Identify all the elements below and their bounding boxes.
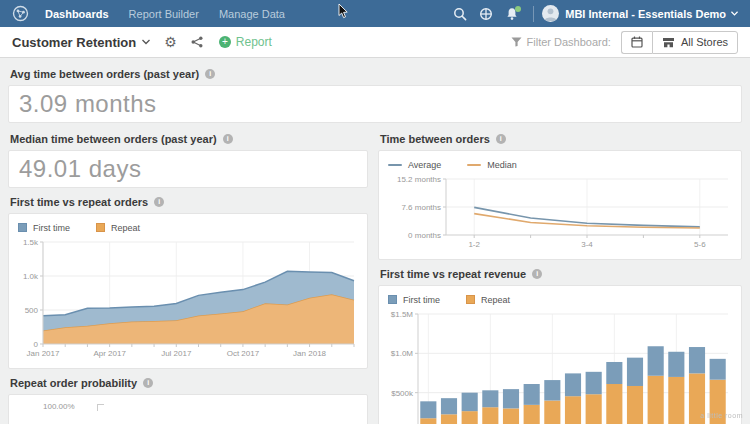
tile-first-time-vs-repeat-revenue: First time vs repeat revenue First time … — [378, 267, 742, 424]
notifications-bell-icon[interactable] — [499, 5, 525, 23]
orders-stacked-area-chart: 05001.0k1.5kJan 2017Apr 2017Jul 2017Oct … — [16, 236, 360, 360]
svg-text:1.5k: 1.5k — [23, 238, 39, 247]
svg-text:0: 0 — [34, 340, 39, 349]
tile-first-time-vs-repeat-orders: First time vs repeat orders First time R… — [8, 195, 368, 369]
globe-icon[interactable] — [473, 5, 499, 23]
tile-title: Repeat order probability — [10, 377, 137, 389]
svg-text:Jan 2017: Jan 2017 — [27, 349, 60, 358]
info-icon[interactable] — [154, 197, 164, 207]
legend-swatch-first-time — [388, 295, 397, 304]
legend-swatch-first-time — [18, 223, 27, 232]
share-icon[interactable] — [191, 36, 203, 48]
filter-funnel-icon — [511, 37, 522, 47]
svg-text:Apr 2017: Apr 2017 — [93, 349, 126, 358]
nav-item-manage-data[interactable]: Manage Data — [219, 8, 285, 20]
brand-logo-icon[interactable] — [12, 5, 29, 22]
svg-text:0 months: 0 months — [408, 231, 441, 240]
legend-label: Median — [487, 160, 517, 170]
legend-swatch-repeat — [96, 223, 105, 232]
account-menu[interactable]: MBI Internal - Essentials Demo — [565, 8, 738, 20]
chevron-down-icon — [731, 11, 738, 16]
revenue-stacked-bar-chart: $0$500k$1.0M$1.5MJan 2017Apr 2017Jul 201… — [386, 308, 734, 424]
date-range-button[interactable] — [621, 31, 652, 54]
svg-text:7.6 months: 7.6 months — [401, 203, 441, 212]
chart-legend: Average Median — [388, 158, 734, 171]
kpi-value: 49.01 days — [19, 155, 141, 183]
svg-text:Jul 2017: Jul 2017 — [161, 349, 192, 358]
dashboard-title-dropdown[interactable]: Customer Retention — [12, 35, 150, 50]
svg-text:15.2 months: 15.2 months — [397, 175, 441, 184]
info-icon[interactable] — [496, 134, 506, 144]
legend-line-median — [467, 164, 481, 166]
store-icon — [662, 37, 675, 48]
svg-text:1.0k: 1.0k — [23, 272, 39, 281]
svg-text:3-4: 3-4 — [581, 240, 593, 249]
divider — [533, 6, 534, 22]
legend-label: Average — [408, 160, 441, 170]
plus-circle-icon — [219, 36, 231, 48]
repeat-probability-chart: 100.00% — [8, 394, 368, 424]
nav-item-report-builder[interactable]: Report Builder — [129, 8, 199, 20]
avatar[interactable] — [542, 5, 559, 22]
svg-text:Oct 2017: Oct 2017 — [227, 349, 260, 358]
svg-text:1-2: 1-2 — [468, 240, 480, 249]
filter-dashboard-label: Filter Dashboard: — [527, 36, 611, 48]
dashboard-content: Avg time between orders (past year) 3.09… — [0, 58, 750, 424]
info-icon[interactable] — [532, 269, 542, 279]
tile-time-between-orders: Time between orders Average Median 0 mon… — [378, 132, 742, 260]
chart-legend: First time Repeat — [18, 221, 360, 234]
chevron-down-icon — [142, 39, 150, 45]
top-nav: Dashboards Report Builder Manage Data MB… — [0, 0, 750, 27]
time-between-orders-line-chart: 0 months7.6 months15.2 months1-23-45-6 — [386, 173, 734, 251]
svg-text:$1.5M: $1.5M — [391, 310, 414, 319]
legend-line-average — [388, 164, 402, 166]
info-icon[interactable] — [223, 134, 233, 144]
legend-label: First time — [403, 295, 440, 305]
tile-repeat-order-probability: Repeat order probability 100.00% — [8, 376, 368, 424]
add-report-button[interactable]: Report — [219, 35, 272, 49]
mouse-cursor — [338, 4, 349, 19]
tile-title: Time between orders — [380, 133, 490, 145]
nav-item-dashboards[interactable]: Dashboards — [45, 8, 109, 20]
video-watermark: a little room — [700, 412, 743, 419]
tile-title: First time vs repeat orders — [10, 196, 148, 208]
chart-legend: First time Repeat — [388, 293, 734, 306]
dashboard-filter-buttons: All Stores — [621, 31, 738, 54]
tile-title: First time vs repeat revenue — [380, 268, 526, 280]
kpi-value: 3.09 months — [19, 90, 157, 118]
tile-title: Avg time between orders (past year) — [10, 68, 199, 80]
search-icon[interactable] — [447, 5, 473, 23]
svg-text:$1.0M: $1.0M — [391, 349, 414, 358]
legend-label: Repeat — [481, 295, 510, 305]
legend-label: First time — [33, 223, 70, 233]
svg-text:Jan 2018: Jan 2018 — [293, 349, 326, 358]
dashboard-title: Customer Retention — [12, 35, 136, 50]
tile-title: Median time between orders (past year) — [10, 133, 217, 145]
y-axis-tick: 100.00% — [43, 402, 75, 411]
svg-text:500: 500 — [25, 306, 39, 315]
all-stores-button[interactable]: All Stores — [652, 31, 738, 54]
dashboard-toolbar: Customer Retention ⚙ Report Filter Dashb… — [0, 27, 750, 58]
legend-swatch-repeat — [466, 295, 475, 304]
info-icon[interactable] — [143, 378, 153, 388]
info-icon[interactable] — [205, 69, 215, 79]
tile-avg-time-between-orders: Avg time between orders (past year) 3.09… — [8, 67, 742, 123]
svg-text:5-6: 5-6 — [694, 240, 706, 249]
legend-label: Repeat — [111, 223, 140, 233]
report-label: Report — [236, 35, 272, 49]
account-name: MBI Internal - Essentials Demo — [565, 8, 726, 20]
calendar-icon — [631, 36, 643, 48]
notification-badge — [515, 6, 521, 12]
tile-median-time-between-orders: Median time between orders (past year) 4… — [8, 132, 368, 188]
all-stores-label: All Stores — [681, 36, 728, 48]
svg-text:$500k: $500k — [391, 389, 414, 398]
settings-gear-icon[interactable]: ⚙ — [164, 35, 177, 49]
axis-corner — [97, 404, 104, 411]
